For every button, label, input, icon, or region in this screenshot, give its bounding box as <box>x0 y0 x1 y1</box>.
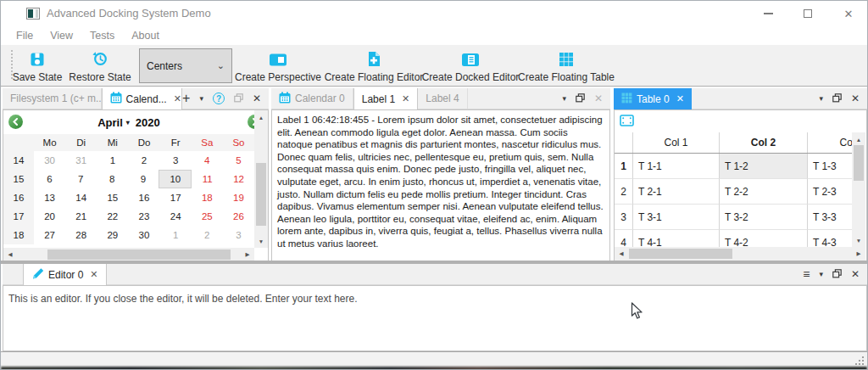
table-col-header[interactable]: Col 2 <box>720 132 808 153</box>
calendar-day-cell[interactable]: 11 <box>192 170 223 188</box>
menu-icon[interactable]: ≡ <box>803 268 810 280</box>
calendar-day-cell[interactable]: 17 <box>160 188 192 207</box>
calendar-day-cell[interactable]: 19 <box>223 188 254 207</box>
create-floating-editor-button[interactable]: Create Floating Editor <box>326 48 422 84</box>
calendar-day-cell[interactable]: 13 <box>34 188 65 207</box>
calendar-day-cell[interactable]: 15 <box>97 188 128 207</box>
detach-icon[interactable] <box>832 269 842 280</box>
calendar-day-cell[interactable]: 9 <box>128 170 159 188</box>
scrollbar-thumb[interactable] <box>256 163 266 226</box>
calendar-day-cell[interactable]: 28 <box>65 226 97 244</box>
tab-close-icon[interactable]: ✕ <box>402 93 409 104</box>
table-cell[interactable]: T 3-2 <box>720 205 808 230</box>
calendar-day-cell[interactable]: 1 <box>97 151 128 170</box>
calendar-day-cell[interactable]: 22 <box>97 207 128 226</box>
table-cell[interactable]: T 4-3 <box>808 230 852 247</box>
scrollbar-thumb[interactable] <box>47 249 231 260</box>
editor-text[interactable]: This is an editor. If you close the edit… <box>8 293 861 305</box>
calendar-horizontal-scrollbar[interactable]: ◀ ▶ <box>3 248 254 261</box>
close-dock-icon[interactable]: ✕ <box>851 93 860 104</box>
calendar-day-cell[interactable]: 31 <box>65 151 97 170</box>
calendar-day-cell[interactable]: 29 <box>97 226 128 244</box>
calendar-day-cell[interactable]: 10 <box>159 170 192 188</box>
detach-icon[interactable] <box>576 93 585 104</box>
restore-state-button[interactable]: Restore State <box>66 48 134 84</box>
table-cell[interactable]: T 1-2 <box>720 154 808 179</box>
marquee-select-icon[interactable] <box>620 115 634 129</box>
table-col-header[interactable]: Col 1 <box>633 132 720 153</box>
scrollbar-thumb[interactable] <box>629 249 732 259</box>
calendar-day-cell[interactable]: 12 <box>223 170 254 188</box>
calendar-month-button[interactable]: April <box>97 116 123 129</box>
scroll-right-icon[interactable]: ▶ <box>242 248 253 261</box>
scroll-up-icon[interactable]: ▲ <box>852 133 865 145</box>
detach-icon[interactable] <box>832 93 842 104</box>
editor-panel[interactable]: This is an editor. If you close the edit… <box>3 285 867 351</box>
scrollbar-thumb[interactable] <box>854 145 864 181</box>
calendar-day-cell[interactable]: 27 <box>34 226 65 244</box>
maximize-button[interactable] <box>793 1 822 26</box>
calendar-day-cell[interactable]: 20 <box>34 207 65 226</box>
scroll-down-icon[interactable]: ▼ <box>852 234 865 246</box>
calendar-day-cell[interactable]: 2 <box>128 151 159 170</box>
scroll-left-icon[interactable]: ◀ <box>4 248 16 261</box>
menu-view[interactable]: View <box>42 30 81 42</box>
calendar-day-cell[interactable]: 16 <box>128 188 159 207</box>
table-cell[interactable]: T 2-3 <box>808 179 852 205</box>
table-row-header[interactable]: 4 <box>615 230 633 247</box>
tab-editor-0[interactable]: Editor 0 ✕ <box>23 264 107 285</box>
calendar-day-cell[interactable]: 6 <box>34 170 65 188</box>
table-horizontal-scrollbar[interactable]: ◀ ▶ <box>615 247 865 261</box>
menu-file[interactable]: File <box>8 30 42 42</box>
calendar-day-cell[interactable]: 7 <box>65 170 97 188</box>
add-tab-button[interactable]: + <box>182 92 190 105</box>
calendar-year-button[interactable]: 2020 <box>136 116 160 129</box>
tab-calendar-1[interactable]: Calend... ✕ <box>102 88 182 109</box>
help-icon[interactable]: ? <box>213 92 225 104</box>
scroll-up-icon[interactable]: ▲ <box>254 111 268 123</box>
table-vertical-scrollbar[interactable]: ▲ ▼ <box>852 132 865 247</box>
close-dock-icon[interactable]: ✕ <box>594 93 603 104</box>
calendar-day-cell[interactable]: 30 <box>34 151 65 170</box>
calendar-day-cell[interactable]: 3 <box>223 226 254 244</box>
table-row-header[interactable]: 3 <box>615 205 633 230</box>
tab-close-icon[interactable]: ✕ <box>174 93 181 104</box>
calendar-day-cell[interactable]: 25 <box>192 207 223 226</box>
scroll-right-icon[interactable]: ▶ <box>853 247 865 261</box>
close-dock-icon[interactable]: ✕ <box>253 93 261 104</box>
table-cell[interactable]: T 4-2 <box>720 230 808 247</box>
tab-table-0[interactable]: Table 0 ✕ <box>614 88 692 109</box>
table-cell[interactable]: T 3-3 <box>808 205 852 230</box>
detach-icon[interactable] <box>234 93 243 104</box>
calendar-day-cell[interactable]: 23 <box>128 207 159 226</box>
table-cell[interactable]: T 1-3 <box>808 154 852 179</box>
scroll-left-icon[interactable]: ◀ <box>615 247 627 261</box>
minimize-button[interactable] <box>754 1 782 26</box>
create-perspective-button[interactable]: Create Perspective <box>231 48 326 84</box>
calendar-day-cell[interactable]: 26 <box>223 207 254 226</box>
menu-tests[interactable]: Tests <box>81 30 123 42</box>
menu-about[interactable]: About <box>123 30 168 42</box>
tab-list-dropdown-icon[interactable]: ▾ <box>819 95 823 103</box>
perspective-combobox[interactable]: Centers ⌄ <box>139 48 232 83</box>
table-row-header[interactable]: 1 <box>615 154 633 179</box>
create-floating-table-button[interactable]: Create Floating Table <box>519 48 614 84</box>
tab-calendar-0[interactable]: Calendar 0 <box>271 88 353 109</box>
table-col-header[interactable]: Col 3 <box>808 132 852 153</box>
tab-close-icon[interactable]: ✕ <box>90 269 97 280</box>
table-cell[interactable]: T 1-1 <box>633 154 720 179</box>
table-cell[interactable]: T 2-1 <box>633 179 720 205</box>
calendar-prev-month-button[interactable] <box>8 115 23 129</box>
close-dock-icon[interactable]: ✕ <box>851 269 860 279</box>
table-cell[interactable]: T 2-2 <box>720 179 808 205</box>
calendar-day-cell[interactable]: 5 <box>223 151 254 170</box>
save-state-button[interactable]: Save State <box>8 48 67 84</box>
calendar-day-cell[interactable]: 4 <box>192 151 223 170</box>
tab-list-dropdown-icon[interactable]: ▾ <box>819 271 823 278</box>
calendar-day-cell[interactable]: 14 <box>65 188 97 207</box>
calendar-day-cell[interactable]: 30 <box>128 226 159 244</box>
calendar-vertical-scrollbar[interactable]: ▲ ▼ <box>254 110 268 248</box>
tab-label-1[interactable]: Label 1 ✕ <box>353 88 419 109</box>
calendar-day-cell[interactable]: 8 <box>97 170 128 188</box>
close-button[interactable]: ✕ <box>834 1 863 26</box>
